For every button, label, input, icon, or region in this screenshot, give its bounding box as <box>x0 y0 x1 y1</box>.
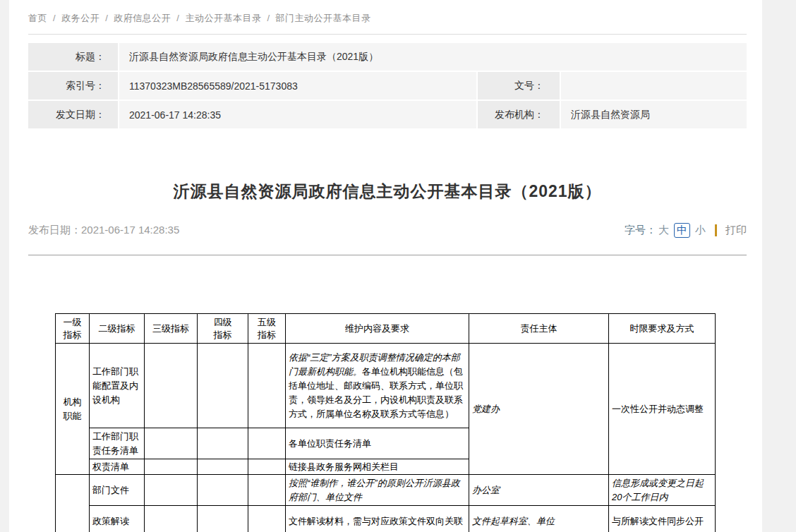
cell-empty <box>248 475 286 506</box>
cell-level2: 工作部门职责任务清单 <box>90 428 145 459</box>
publish-date: 发布日期：2021-06-17 14:28:35 <box>28 224 179 237</box>
header-responsible: 责任主体 <box>469 314 609 344</box>
meta-publisher-label: 发布机构： <box>478 101 560 128</box>
cell-content: 按照“谁制作，谁公开”的原则公开沂源县政府部门、单位文件 <box>286 475 469 506</box>
cell-deadline: 信息形成或变更之日起20个工作日内 <box>609 475 716 506</box>
cell-deadline: 一次性公开并动态调整 <box>609 344 716 475</box>
article-meta-bar: 发布日期：2021-06-17 14:28:35 字号： 大 中 小 打印 <box>28 223 747 238</box>
meta-row-title: 标题： 沂源县自然资源局政府信息主动公开基本目录（2021版） <box>28 43 747 71</box>
cell-deadline: 与所解读文件同步公开 <box>609 506 716 532</box>
cell-empty <box>198 475 248 506</box>
cell-content: 文件解读材料，需与对应政策文件双向关联 <box>286 506 469 532</box>
font-size-label: 字号： <box>625 224 656 237</box>
meta-publisher-value: 沂源县自然资源局 <box>561 101 747 128</box>
breadcrumb-gov-info[interactable]: 政府信息公开 <box>114 13 171 23</box>
meta-row-index: 索引号： 11370323MB28565589/2021-5173083 文号： <box>28 72 747 99</box>
cell-level1-jigou: 机构 职能 <box>56 344 90 475</box>
cell-content: 链接县政务服务网相关栏目 <box>286 459 469 475</box>
table-header-row: 一级 指标 二级指标 三级指标 四级 指标 五级 指标 维护内容及要求 责任主体… <box>56 314 716 344</box>
font-size-small-button[interactable]: 小 <box>695 224 706 237</box>
page-title: 沂源县自然资源局政府信息主动公开基本目录（2021版） <box>28 181 747 202</box>
cell-empty <box>248 428 286 459</box>
meta-docno-label: 文号： <box>478 72 560 99</box>
print-button[interactable]: 打印 <box>725 224 747 237</box>
table-row: 部门文件 按照“谁制作，谁公开”的原则公开沂源县政府部门、单位文件 办公室 信息… <box>56 475 716 506</box>
cell-content: 依据“三定”方案及职责调整情况确定的本部门最新机构职能。各单位机构职能信息（包括… <box>286 344 469 428</box>
header-content: 维护内容及要求 <box>286 314 469 344</box>
meta-row-date: 发文日期： 2021-06-17 14:28:35 发布机构： 沂源县自然资源局 <box>28 101 747 128</box>
font-size-large-button[interactable]: 大 <box>658 224 669 237</box>
meta-title-value: 沂源县自然资源局政府信息主动公开基本目录（2021版） <box>119 43 747 71</box>
table-row: 政策解读 文件解读材料，需与对应政策文件双向关联 文件起草科室、单位 与所解读文… <box>56 506 716 532</box>
header-deadline: 时限要求及方式 <box>609 314 716 344</box>
cell-responsible: 党建办 <box>469 344 609 475</box>
header-level2: 二级指标 <box>90 314 145 344</box>
content-page: 首页/政务公开/政府信息公开/主动公开基本目录/部门主动公开基本目录 标题： 沂… <box>9 0 762 532</box>
breadcrumb-separator: / <box>53 13 56 23</box>
cell-empty <box>248 506 286 532</box>
catalog-table: 一级 指标 二级指标 三级指标 四级 指标 五级 指标 维护内容及要求 责任主体… <box>55 313 716 532</box>
header-level3: 三级指标 <box>145 314 198 344</box>
meta-docno-value <box>561 72 747 99</box>
header-level5: 五级 指标 <box>248 314 286 344</box>
meta-index-value: 11370323MB28565589/2021-5173083 <box>119 72 476 99</box>
cell-level1-empty <box>56 475 90 532</box>
cell-content: 各单位职责任务清单 <box>286 428 469 459</box>
font-size-medium-button[interactable]: 中 <box>674 223 690 238</box>
breadcrumb-separator: / <box>105 13 108 23</box>
breadcrumb-divider <box>28 34 747 35</box>
cell-level2: 部门文件 <box>90 475 145 506</box>
meta-issuedate-value: 2021-06-17 14:28:35 <box>119 101 476 128</box>
cell-level2: 工作部门职能配置及内设机构 <box>90 344 145 428</box>
article-tools: 字号： 大 中 小 打印 <box>625 223 747 238</box>
breadcrumb-zhengwu[interactable]: 政务公开 <box>61 13 100 23</box>
cell-empty <box>198 428 248 459</box>
meta-issuedate-label: 发文日期： <box>28 101 118 128</box>
cell-responsible: 文件起草科室、单位 <box>469 506 609 532</box>
breadcrumb-separator: / <box>267 13 270 23</box>
cell-empty <box>145 344 198 428</box>
breadcrumb-catalog[interactable]: 主动公开基本目录 <box>185 13 261 23</box>
cell-empty <box>198 344 248 428</box>
cell-responsible: 办公室 <box>469 475 609 506</box>
table-row: 机构 职能 工作部门职能配置及内设机构 依据“三定”方案及职责调整情况确定的本部… <box>56 344 716 428</box>
breadcrumb-separator: / <box>176 13 179 23</box>
cell-empty <box>145 506 198 532</box>
header-level4: 四级 指标 <box>198 314 248 344</box>
article-divider <box>28 255 747 255</box>
tools-separator <box>715 224 717 236</box>
breadcrumb-home[interactable]: 首页 <box>28 13 47 23</box>
cell-empty <box>145 459 198 475</box>
meta-title-label: 标题： <box>28 43 118 71</box>
cell-level2: 权责清单 <box>90 459 145 475</box>
header-level1: 一级 指标 <box>56 314 90 344</box>
cell-empty <box>145 428 198 459</box>
document-meta-table: 标题： 沂源县自然资源局政府信息主动公开基本目录（2021版） 索引号： 113… <box>28 43 747 128</box>
breadcrumb-dept-catalog[interactable]: 部门主动公开基本目录 <box>276 13 371 23</box>
cell-empty <box>198 459 248 475</box>
meta-index-label: 索引号： <box>28 72 118 99</box>
cell-empty <box>248 459 286 475</box>
cell-empty <box>145 475 198 506</box>
cell-empty <box>248 344 286 428</box>
cell-level2: 政策解读 <box>90 506 145 532</box>
breadcrumb: 首页/政务公开/政府信息公开/主动公开基本目录/部门主动公开基本目录 <box>28 0 747 25</box>
cell-empty <box>198 506 248 532</box>
